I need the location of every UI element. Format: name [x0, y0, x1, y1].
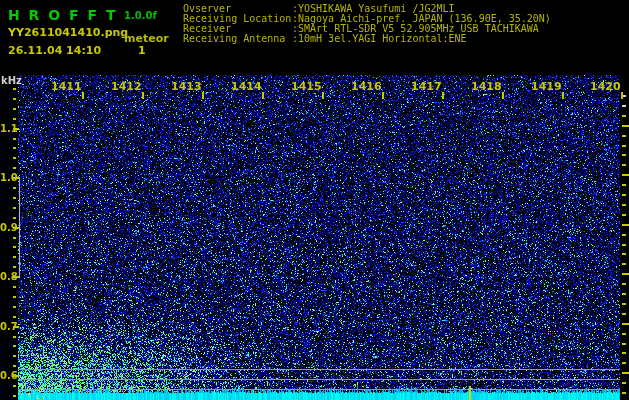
x-tick-label: 1415 [291, 80, 320, 93]
x-tick-label: 1416 [351, 80, 380, 93]
observation-datetime: 26.11.04 14:10 [8, 44, 101, 57]
x-tick-label: 1419 [531, 80, 560, 93]
y-tick-label: 0.6 [0, 370, 13, 381]
app-version: 1.0.0f [124, 10, 157, 21]
y-tick-label: 0.7 [0, 321, 13, 332]
output-filename: YY2611041410.png [8, 26, 128, 39]
app-title: H R O F F T [8, 7, 117, 23]
x-tick-label: 1420 [590, 80, 619, 93]
y-tick-label: 0.8 [0, 271, 13, 282]
x-tick-label: 1413 [171, 80, 200, 93]
mode-label: meteor [124, 32, 169, 45]
echo-count: 1 [138, 44, 146, 57]
x-tick-label: 1412 [111, 80, 140, 93]
info-label-antenna: Receiving Antenna [183, 33, 285, 44]
x-tick-label: 1414 [231, 80, 260, 93]
y-tick-label: 1.1 [0, 123, 13, 134]
y-axis-unit-label: kHz [1, 75, 22, 86]
x-tick-label: 1418 [471, 80, 500, 93]
spectrogram-canvas [0, 0, 629, 400]
x-tick-label: 1417 [411, 80, 440, 93]
info-value-antenna: :10mH 3el.YAGI Horizontal:ENE [292, 33, 467, 44]
y-tick-label: 1.0 [0, 172, 13, 183]
hrofft-output-image: H R O F F T 1.0.0f YY2611041410.png mete… [0, 0, 629, 400]
x-tick-label: 1411 [51, 80, 80, 93]
y-tick-label: 0.9 [0, 222, 13, 233]
